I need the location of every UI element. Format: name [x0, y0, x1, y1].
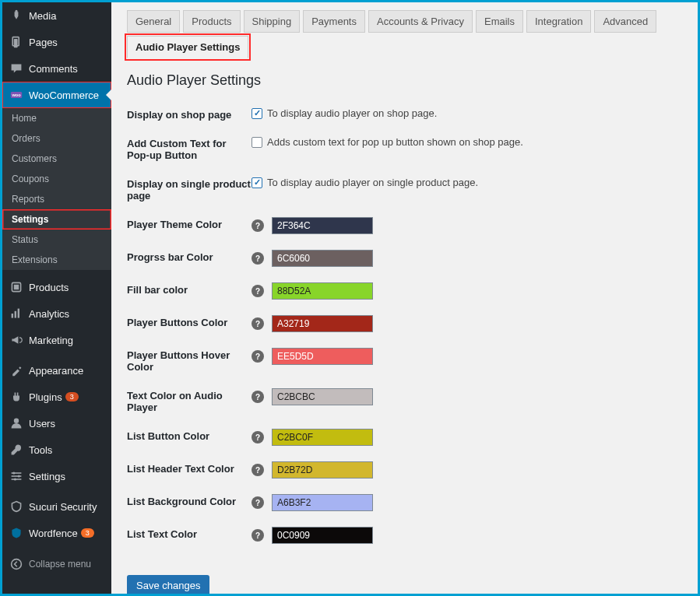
- row-display-single: Display on single product page To displa…: [127, 177, 682, 202]
- sidebar-item-tools[interactable]: Tools: [2, 436, 111, 463]
- collapse-menu[interactable]: Collapse menu: [2, 550, 111, 578]
- row-color-2: Fill bar color?: [127, 282, 682, 300]
- help-icon[interactable]: ?: [252, 529, 264, 542]
- help-icon[interactable]: ?: [252, 252, 264, 265]
- media-icon: [9, 8, 24, 23]
- main-content: GeneralProductsShippingPaymentsAccounts …: [111, 2, 698, 594]
- sidebar-item-woocommerce[interactable]: woo WooCommerce: [2, 82, 111, 108]
- sidebar-item-sucuri-security[interactable]: Sucuri Security: [2, 493, 111, 520]
- color-input-text-color-on-audio-player[interactable]: [272, 388, 373, 405]
- color-input-player-buttons-hover-color[interactable]: [272, 348, 373, 365]
- tools-icon: [9, 442, 24, 458]
- sidebar-subitem-label: Customers: [12, 153, 57, 164]
- sidebar-item-wordfence[interactable]: Wordfence3: [2, 520, 111, 546]
- color-input-player-theme-color[interactable]: [272, 217, 373, 234]
- collapse-icon: [9, 556, 24, 572]
- sidebar-item-plugins[interactable]: Plugins3: [2, 384, 111, 410]
- color-input-player-buttons-color[interactable]: [272, 315, 373, 332]
- sidebar-item-pages[interactable]: Pages: [2, 29, 111, 55]
- field-label: Player Buttons Color: [127, 315, 252, 328]
- sidebar-subitem-home[interactable]: Home: [2, 108, 111, 128]
- sidebar-subitem-status[interactable]: Status: [2, 230, 111, 250]
- analytics-icon: [9, 306, 24, 321]
- sidebar-subitem-settings[interactable]: Settings: [2, 209, 111, 230]
- sidebar-item-analytics[interactable]: Analytics: [2, 300, 111, 327]
- sidebar-item-label: Plugins: [29, 391, 62, 403]
- tab-general[interactable]: General: [127, 10, 180, 33]
- tab-advanced[interactable]: Advanced: [594, 10, 656, 33]
- help-icon[interactable]: ?: [252, 496, 264, 509]
- badge: 3: [81, 528, 94, 538]
- field-label: List Header Text Color: [127, 461, 252, 475]
- row-color-0: Player Theme Color?: [127, 217, 682, 234]
- color-input-list-header-text-color[interactable]: [272, 461, 373, 479]
- sidebar-subitem-orders[interactable]: Orders: [2, 128, 111, 149]
- help-icon[interactable]: ?: [252, 317, 264, 330]
- appearance-icon: [9, 363, 24, 378]
- color-input-fill-bar-color[interactable]: [272, 282, 373, 300]
- svg-rect-9: [18, 309, 19, 318]
- sidebar-item-settings[interactable]: Settings: [2, 463, 111, 489]
- field-desc: To display audio player on single produc…: [267, 177, 478, 188]
- help-icon[interactable]: ?: [252, 219, 264, 232]
- sidebar-item-label: Wordfence: [29, 528, 78, 539]
- field-label: Fill bar color: [127, 282, 252, 296]
- sidebar-item-users[interactable]: Users: [2, 410, 111, 436]
- sidebar-submenu: HomeOrdersCustomersCouponsReportsSetting…: [2, 108, 111, 270]
- row-color-3: Player Buttons Color?: [127, 315, 682, 332]
- sidebar-item-marketing[interactable]: Marketing: [2, 327, 111, 353]
- tab-shipping[interactable]: Shipping: [244, 10, 301, 33]
- svg-rect-8: [15, 311, 16, 318]
- row-color-1: Progrss bar Color?: [127, 250, 682, 267]
- help-icon[interactable]: ?: [252, 431, 264, 443]
- products-icon: [9, 279, 24, 295]
- tab-payments[interactable]: Payments: [303, 10, 365, 33]
- tab-label: Integration: [535, 16, 582, 27]
- field: ?: [252, 461, 373, 479]
- sidebar-item-label: Pages: [29, 37, 58, 48]
- help-icon[interactable]: ?: [252, 350, 264, 363]
- sidebar-item-media[interactable]: Media: [2, 2, 111, 29]
- sidebar-subitem-extensions[interactable]: Extensions: [2, 250, 111, 270]
- sidebar-subitem-label: Coupons: [12, 174, 49, 184]
- tab-label: Accounts & Privacy: [377, 16, 464, 27]
- row-display-shop: Display on shop page To display audio pl…: [127, 107, 682, 121]
- checkbox-display-shop[interactable]: [252, 108, 262, 119]
- sidebar-subitem-customers[interactable]: Customers: [2, 149, 111, 169]
- sidebar-item-appearance[interactable]: Appearance: [2, 357, 111, 384]
- field-label: List Background Color: [127, 494, 252, 507]
- comment-icon: [9, 61, 24, 76]
- save-button[interactable]: Save changes: [127, 575, 209, 594]
- sidebar-subitem-reports[interactable]: Reports: [2, 189, 111, 209]
- color-input-list-button-color[interactable]: [272, 429, 373, 446]
- svg-rect-7: [12, 314, 13, 318]
- tab-accounts-privacy[interactable]: Accounts & Privacy: [368, 10, 473, 33]
- color-input-progrss-bar-color[interactable]: [272, 250, 373, 267]
- tab-audio-player-settings[interactable]: Audio Player Settings: [127, 36, 248, 58]
- svg-point-14: [12, 472, 15, 474]
- field-label: Text Color on Audio Player: [127, 388, 252, 413]
- svg-point-15: [18, 475, 20, 477]
- svg-point-0: [15, 10, 17, 12]
- sidebar-item-label: Products: [29, 282, 69, 293]
- sidebar-item-products[interactable]: Products: [2, 274, 111, 300]
- field-label: Progrss bar Color: [127, 250, 252, 263]
- color-input-list-text-color[interactable]: [272, 527, 373, 544]
- row-color-7: List Header Text Color?: [127, 461, 682, 479]
- sidebar-item-label: Appearance: [29, 365, 83, 377]
- checkbox-display-single[interactable]: [252, 177, 262, 188]
- field: ?: [252, 494, 373, 511]
- users-icon: [9, 415, 24, 431]
- tab-emails[interactable]: Emails: [476, 10, 523, 33]
- sidebar-subitem-label: Orders: [12, 133, 40, 144]
- checkbox-custom-text[interactable]: [252, 137, 262, 148]
- sidebar-item-comments[interactable]: Comments: [2, 55, 111, 82]
- help-icon[interactable]: ?: [252, 391, 264, 403]
- help-icon[interactable]: ?: [252, 464, 264, 476]
- color-input-list-background-color[interactable]: [272, 494, 373, 511]
- tab-integration[interactable]: Integration: [526, 10, 591, 33]
- sidebar-item-label: Users: [29, 418, 55, 429]
- tab-products[interactable]: Products: [183, 10, 240, 33]
- sidebar-subitem-coupons[interactable]: Coupons: [2, 169, 111, 189]
- help-icon[interactable]: ?: [252, 285, 264, 297]
